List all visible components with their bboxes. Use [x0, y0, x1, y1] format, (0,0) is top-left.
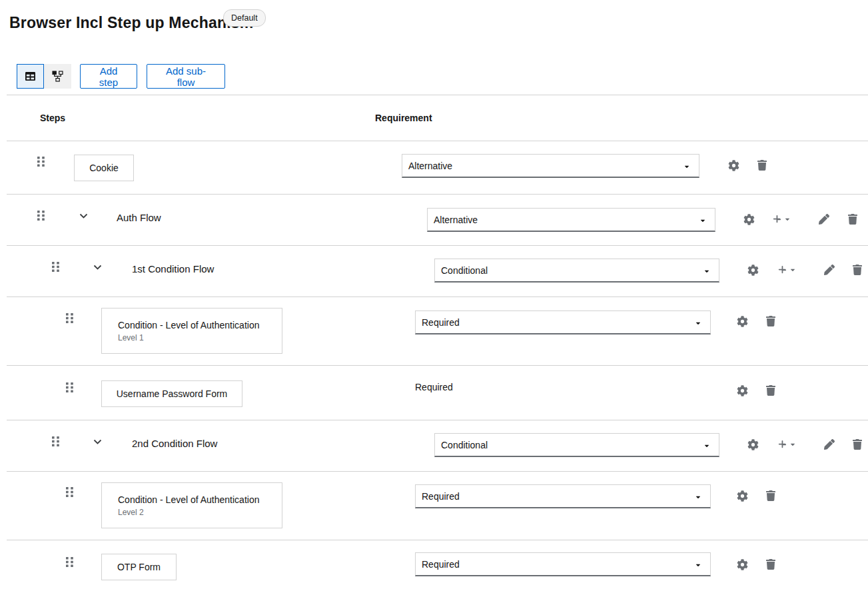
- caret-down-icon: [790, 441, 795, 448]
- grip-vertical-icon: [65, 312, 74, 324]
- subflow-title: Auth Flow: [117, 212, 161, 223]
- settings-button[interactable]: [734, 313, 750, 329]
- drag-handle[interactable]: [33, 153, 49, 169]
- requirement-select[interactable]: Conditional: [434, 433, 719, 457]
- diagram-view-toggle[interactable]: [44, 64, 71, 89]
- flow-row-2nd-condition-flow: 2nd Condition Flow Conditional: [7, 420, 868, 472]
- grip-vertical-icon: [37, 156, 45, 167]
- settings-button[interactable]: [725, 157, 741, 173]
- delete-button[interactable]: [849, 436, 865, 452]
- requirement-select[interactable]: Alternative: [402, 154, 699, 178]
- view-toggle-group: [17, 64, 71, 89]
- flow-row-otp-form: OTP Form Required: [7, 540, 868, 591]
- delete-button[interactable]: [763, 313, 779, 329]
- chevron-down-icon: [93, 265, 102, 270]
- gear-icon: [737, 385, 748, 396]
- page-title: Browser Incl Step up Mechanism: [9, 14, 253, 32]
- caret-down-icon: [683, 163, 690, 170]
- requirement-select[interactable]: Required: [415, 484, 711, 508]
- requirement-select[interactable]: Conditional: [434, 259, 719, 283]
- trash-icon: [853, 439, 862, 450]
- drag-handle[interactable]: [47, 259, 63, 275]
- delete-button[interactable]: [845, 211, 861, 227]
- delete-button[interactable]: [849, 262, 865, 278]
- delete-button[interactable]: [763, 488, 779, 504]
- add-step-dropdown-button[interactable]: [767, 211, 795, 227]
- step-subtitle: Level 2: [118, 508, 144, 517]
- gear-icon: [747, 439, 759, 450]
- grip-vertical-icon: [37, 210, 45, 221]
- settings-button[interactable]: [745, 262, 761, 278]
- requirement-select[interactable]: Alternative: [427, 208, 715, 232]
- caret-down-icon: [703, 268, 710, 275]
- caret-down-icon: [695, 320, 701, 326]
- requirement-value: Required: [422, 559, 460, 570]
- collapse-toggle[interactable]: [75, 208, 91, 224]
- collapse-toggle[interactable]: [89, 259, 105, 275]
- pencil-icon: [824, 439, 835, 450]
- drag-handle[interactable]: [61, 484, 77, 500]
- step-title: Cookie: [89, 163, 119, 173]
- flow-row-condition-level-2: Condition - Level of Authentication Leve…: [7, 471, 868, 540]
- subflow-title: 2nd Condition Flow: [132, 438, 217, 449]
- grip-vertical-icon: [51, 436, 60, 447]
- delete-button[interactable]: [763, 556, 779, 572]
- step-card: OTP Form: [101, 554, 177, 580]
- default-badge: Default: [223, 9, 266, 27]
- table-view-toggle[interactable]: [17, 64, 44, 89]
- settings-button[interactable]: [734, 382, 750, 398]
- caret-down-icon: [703, 442, 710, 449]
- gear-icon: [747, 265, 759, 276]
- delete-button[interactable]: [763, 382, 779, 398]
- collapse-toggle[interactable]: [89, 434, 105, 450]
- settings-button[interactable]: [734, 488, 750, 504]
- table-header: Steps Requirement: [7, 95, 868, 141]
- trash-icon: [757, 160, 767, 171]
- step-title: Username Password Form: [117, 388, 228, 399]
- step-card: Username Password Form: [101, 380, 242, 407]
- drag-handle[interactable]: [61, 310, 77, 326]
- edit-button[interactable]: [821, 436, 837, 452]
- column-header-steps: Steps: [40, 113, 65, 123]
- trash-icon: [766, 316, 775, 326]
- add-step-dropdown-button[interactable]: [772, 436, 800, 452]
- requirement-value: Alternative: [434, 215, 478, 225]
- requirement-value: Required: [422, 317, 460, 328]
- pencil-icon: [824, 265, 835, 275]
- gear-icon: [737, 490, 748, 502]
- caret-down-icon: [695, 494, 701, 500]
- plus-icon: [777, 265, 787, 275]
- step-title: Condition - Level of Authentication: [118, 494, 259, 505]
- edit-button[interactable]: [821, 262, 837, 278]
- add-step-button[interactable]: Add step: [80, 64, 137, 89]
- drag-handle[interactable]: [33, 207, 49, 223]
- grip-vertical-icon: [51, 261, 60, 273]
- step-title: Condition - Level of Authentication: [118, 320, 259, 330]
- drag-handle[interactable]: [47, 433, 63, 449]
- edit-button[interactable]: [816, 211, 832, 227]
- requirement-value: Conditional: [441, 440, 488, 450]
- trash-icon: [848, 214, 857, 225]
- add-step-dropdown-button[interactable]: [772, 262, 800, 278]
- delete-button[interactable]: [754, 157, 770, 173]
- step-card: Condition - Level of Authentication Leve…: [101, 308, 282, 354]
- trash-icon: [766, 559, 775, 570]
- step-card: Condition - Level of Authentication Leve…: [101, 482, 282, 528]
- trash-icon: [766, 490, 775, 501]
- settings-button[interactable]: [734, 556, 750, 572]
- gear-icon: [728, 160, 739, 171]
- settings-button[interactable]: [745, 436, 761, 452]
- trash-icon: [853, 265, 862, 275]
- drag-handle[interactable]: [61, 554, 77, 570]
- requirement-select[interactable]: Required: [415, 552, 711, 576]
- add-subflow-button[interactable]: Add sub-flow: [147, 64, 225, 89]
- drag-handle[interactable]: [61, 379, 77, 395]
- requirement-value: Required: [422, 491, 460, 502]
- step-subtitle: Level 1: [118, 333, 144, 342]
- chevron-down-icon: [93, 439, 102, 444]
- requirement-select[interactable]: Required: [415, 310, 711, 334]
- settings-button[interactable]: [741, 211, 757, 227]
- grip-vertical-icon: [65, 382, 74, 393]
- requirement-value: Alternative: [408, 161, 452, 171]
- caret-down-icon: [695, 562, 701, 568]
